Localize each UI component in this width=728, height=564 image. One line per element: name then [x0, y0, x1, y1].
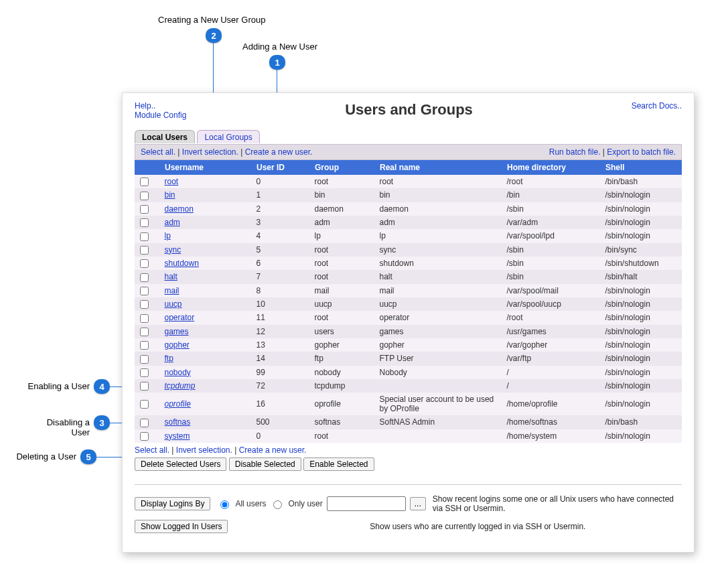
row-checkbox[interactable] [140, 232, 149, 241]
username-link[interactable]: sync [165, 245, 181, 255]
cell-home: /root [502, 311, 600, 324]
create-user-link-bottom[interactable]: Create a new user. [239, 445, 307, 455]
cell-realname: daemon [374, 202, 502, 216]
browse-user-button[interactable]: ... [410, 497, 426, 510]
username-link[interactable]: softnas [165, 417, 191, 427]
username-link[interactable]: halt [165, 272, 177, 281]
cell-group: gopher [309, 338, 374, 352]
action-bar-top: Select all. | Invert selection. | Create… [135, 144, 682, 160]
cell-group: root [309, 243, 374, 257]
cell-realname: FTP User [374, 352, 502, 365]
module-config-link[interactable]: Module Config [135, 111, 186, 120]
enable-selected-button[interactable]: Enable Selected [303, 457, 374, 471]
callout-3-label: Disabling a User [27, 417, 90, 437]
row-checkbox[interactable] [140, 287, 149, 295]
username-link[interactable]: nobody [165, 368, 191, 377]
select-all-link[interactable]: Select all. [141, 147, 175, 157]
username-link[interactable]: adm [165, 218, 180, 227]
only-user-field[interactable] [327, 496, 406, 511]
username-link[interactable]: system [165, 431, 190, 441]
show-logged-in-button[interactable]: Show Logged In Users [135, 520, 228, 533]
cell-realname: sync [374, 243, 502, 257]
row-checkbox[interactable] [140, 246, 149, 255]
row-checkbox[interactable] [140, 178, 149, 186]
only-user-label: Only user [288, 499, 322, 508]
col-username: Username [159, 160, 251, 175]
display-logins-button[interactable]: Display Logins By [135, 497, 210, 510]
username-link[interactable]: mail [165, 286, 179, 295]
cell-userid: 72 [251, 379, 309, 393]
help-link[interactable]: Help.. [135, 101, 155, 111]
cell-realname: gopher [374, 338, 502, 352]
cell-userid: 0 [251, 175, 309, 188]
tab-local-users[interactable]: Local Users [135, 130, 195, 143]
username-link[interactable]: gopher [165, 340, 190, 350]
row-checkbox[interactable] [140, 259, 149, 268]
cell-shell: /sbin/nologin [600, 216, 682, 229]
username-link[interactable]: uucp [165, 299, 182, 309]
tab-local-groups[interactable]: Local Groups [197, 130, 259, 143]
username-link[interactable]: tcpdump [165, 381, 196, 391]
invert-selection-link[interactable]: Invert selection. [182, 147, 238, 157]
invert-selection-link-bottom[interactable]: Invert selection. [176, 445, 232, 455]
username-link[interactable]: oprofile [165, 399, 191, 409]
table-row: oprofile16oprofileSpecial user account t… [135, 393, 682, 415]
table-row: lp4lplp/var/spool/lpd/sbin/nologin [135, 229, 682, 242]
cell-home: /var/gopher [502, 338, 600, 352]
row-checkbox[interactable] [140, 432, 149, 441]
row-checkbox[interactable] [140, 314, 149, 323]
only-user-radio[interactable] [273, 500, 282, 509]
cell-home: /var/spool/mail [502, 284, 600, 297]
col-home: Home directory [502, 160, 600, 175]
create-user-link[interactable]: Create a new user. [245, 147, 313, 157]
cell-realname: shutdown [374, 257, 502, 270]
table-row: system0root/home/system/sbin/nologin [135, 429, 682, 443]
username-link[interactable]: ftp [165, 354, 173, 363]
display-logins-desc: Show recent logins some one or all Unix … [433, 494, 682, 513]
row-checkbox[interactable] [140, 192, 149, 200]
cell-shell: /sbin/nologin [600, 352, 682, 365]
username-link[interactable]: daemon [165, 204, 194, 214]
cell-group: root [309, 257, 374, 270]
row-checkbox[interactable] [140, 341, 149, 350]
cell-userid: 7 [251, 270, 309, 283]
row-checkbox[interactable] [140, 300, 149, 309]
username-link[interactable]: shutdown [165, 259, 199, 268]
cell-userid: 5 [251, 243, 309, 257]
row-checkbox[interactable] [140, 400, 149, 409]
row-checkbox[interactable] [140, 328, 149, 336]
cell-home: /var/adm [502, 216, 600, 229]
callout-4-label: Enabling a User [27, 381, 90, 391]
row-checkbox[interactable] [140, 273, 149, 282]
row-checkbox[interactable] [140, 382, 149, 391]
search-docs-link[interactable]: Search Docs.. [632, 101, 682, 111]
table-row: uucp10uucpuucp/var/spool/uucp/sbin/nolog… [135, 297, 682, 311]
cell-shell: /sbin/nologin [600, 393, 682, 415]
run-batch-link[interactable]: Run batch file. [549, 147, 601, 157]
row-checkbox[interactable] [140, 205, 149, 214]
select-all-link-bottom[interactable]: Select all. [135, 445, 169, 455]
table-row: shutdown6rootshutdown/sbin/sbin/shutdown [135, 257, 682, 270]
row-checkbox[interactable] [140, 368, 149, 377]
username-link[interactable]: lp [165, 231, 171, 240]
table-row: halt7roothalt/sbin/sbin/halt [135, 270, 682, 283]
cell-group: root [309, 175, 374, 188]
username-link[interactable]: games [165, 327, 189, 336]
cell-group: bin [309, 188, 374, 202]
export-batch-link[interactable]: Export to batch file. [607, 147, 676, 157]
cell-userid: 16 [251, 393, 309, 415]
cell-home: /home/system [502, 429, 600, 443]
cell-shell: /sbin/nologin [600, 325, 682, 338]
main-panel: Help.. Module Config Users and Groups Se… [122, 92, 695, 553]
row-checkbox[interactable] [140, 419, 149, 427]
username-link[interactable]: bin [165, 190, 175, 200]
all-users-radio[interactable] [220, 500, 229, 509]
disable-selected-button[interactable]: Disable Selected [229, 457, 301, 471]
cell-userid: 6 [251, 257, 309, 270]
username-link[interactable]: root [165, 177, 179, 186]
row-checkbox[interactable] [140, 355, 149, 364]
delete-selected-button[interactable]: Delete Selected Users [135, 457, 226, 471]
cell-home: /bin [502, 188, 600, 202]
row-checkbox[interactable] [140, 218, 149, 227]
username-link[interactable]: operator [165, 313, 195, 322]
